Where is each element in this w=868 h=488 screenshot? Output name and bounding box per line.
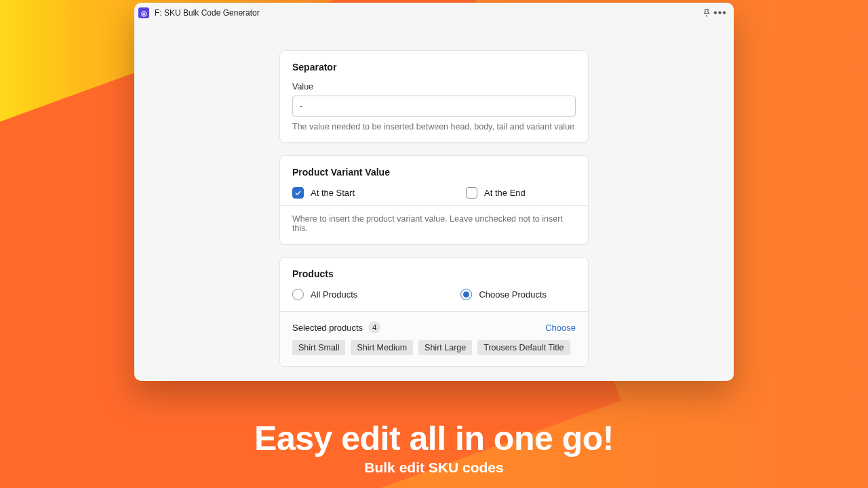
- selected-products-panel: Selected products 4 Choose Shirt Small S…: [280, 311, 588, 366]
- variant-at-end-checkbox[interactable]: At the End: [466, 187, 526, 199]
- variant-at-end-label: At the End: [484, 188, 526, 198]
- choose-products-radio[interactable]: Choose Products: [460, 289, 547, 300]
- separator-value-label: Value: [292, 82, 576, 92]
- all-products-label: All Products: [311, 289, 357, 300]
- separator-value-input[interactable]: [292, 96, 576, 117]
- choose-button[interactable]: Choose: [545, 323, 576, 333]
- selected-products-title: Selected products: [292, 323, 363, 333]
- main-content: Separator Value The value needed to be i…: [134, 23, 734, 367]
- window-titlebar: ◎ F: SKU Bulk Code Generator •••: [134, 3, 734, 23]
- products-card: Products All Products Choose Products Se: [279, 257, 589, 367]
- hero-subtitle: Bulk edit SKU codes: [0, 460, 868, 476]
- products-heading: Products: [292, 268, 576, 279]
- variant-heading: Product Variant Value: [292, 167, 576, 178]
- variant-help: Where to insert the product variant valu…: [292, 214, 576, 233]
- all-products-radio[interactable]: All Products: [292, 289, 357, 300]
- checkbox-unchecked-icon: [466, 187, 477, 199]
- more-icon[interactable]: •••: [713, 6, 727, 20]
- selected-count-badge: 4: [368, 321, 380, 333]
- hero-title: Easy edit all in one go!: [0, 419, 868, 458]
- divider: [280, 205, 588, 206]
- radio-selected-icon: [460, 289, 472, 300]
- choose-products-label: Choose Products: [479, 289, 547, 300]
- window-title: F: SKU Bulk Code Generator: [155, 8, 260, 18]
- variant-at-start-checkbox[interactable]: At the Start: [292, 187, 355, 199]
- chip[interactable]: Shirt Medium: [351, 340, 413, 355]
- separator-card: Separator Value The value needed to be i…: [279, 50, 589, 143]
- chip[interactable]: Trousers Default Title: [477, 340, 570, 355]
- checkbox-checked-icon: [292, 187, 304, 199]
- variant-card: Product Variant Value At the Start At th…: [279, 155, 589, 245]
- app-window: ◎ F: SKU Bulk Code Generator ••• Separat…: [134, 3, 734, 381]
- chip[interactable]: Shirt Small: [292, 340, 345, 355]
- separator-heading: Separator: [292, 62, 576, 73]
- hero-caption: Easy edit all in one go! Bulk edit SKU c…: [0, 419, 868, 476]
- selected-chips: Shirt Small Shirt Medium Shirt Large Tro…: [292, 340, 576, 355]
- pin-icon[interactable]: [700, 6, 713, 20]
- radio-unselected-icon: [292, 289, 304, 300]
- app-icon: ◎: [138, 7, 149, 18]
- variant-at-start-label: At the Start: [311, 188, 355, 198]
- separator-help: The value needed to be inserted between …: [292, 122, 576, 131]
- chip[interactable]: Shirt Large: [418, 340, 472, 355]
- promo-background: ◎ F: SKU Bulk Code Generator ••• Separat…: [0, 0, 868, 488]
